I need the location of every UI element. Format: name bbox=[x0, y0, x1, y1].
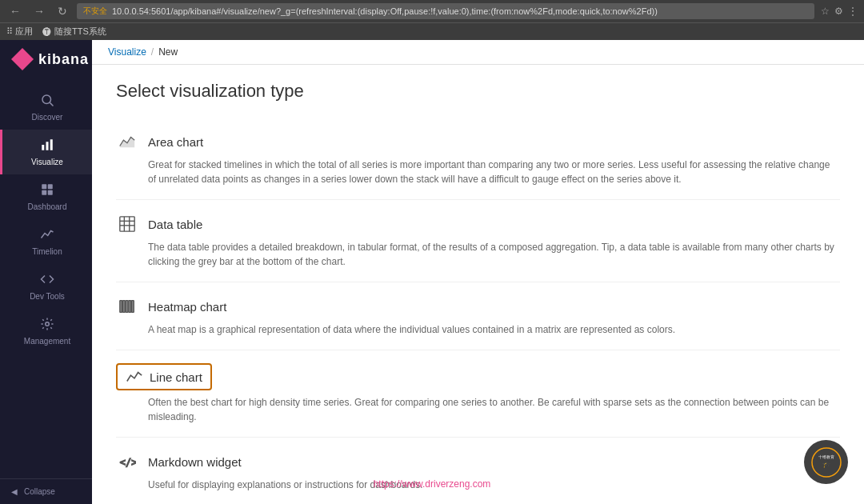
svg-text:十维教育: 十维教育 bbox=[818, 454, 834, 459]
breadcrumb-visualize[interactable]: Visualize bbox=[108, 46, 146, 58]
svg-rect-20 bbox=[132, 301, 134, 313]
line-chart-desc: Often the best chart for high density ti… bbox=[116, 395, 840, 424]
sidebar-nav: Discover Visualize Dashboard Timelion bbox=[0, 78, 92, 478]
svg-point-9 bbox=[46, 322, 50, 326]
breadcrumb: Visualize / New bbox=[92, 40, 864, 65]
tts-icon: 🅣 bbox=[42, 27, 51, 37]
sidebar-devtools-label: Dev Tools bbox=[30, 292, 65, 301]
app-container: kibana Discover Visualize Dashboard bbox=[0, 40, 864, 504]
area-chart-title: Area chart bbox=[148, 135, 203, 149]
svg-text:🎓: 🎓 bbox=[822, 460, 830, 468]
viz-line-header: Line chart bbox=[116, 363, 840, 390]
area-chart-desc: Great for stacked timelines in which the… bbox=[116, 158, 840, 186]
svg-line-1 bbox=[50, 102, 53, 106]
svg-rect-8 bbox=[48, 190, 53, 195]
visualization-list: Area chart Great for stacked timelines i… bbox=[116, 118, 840, 504]
svg-text:</>: </> bbox=[120, 457, 136, 468]
timelion-icon bbox=[40, 227, 54, 245]
svg-rect-5 bbox=[42, 184, 46, 189]
markdown-title: Markdown widget bbox=[148, 455, 242, 469]
security-warning: 不安全 bbox=[83, 6, 107, 17]
svg-rect-16 bbox=[120, 301, 122, 313]
viz-item-area-chart[interactable]: Area chart Great for stacked timelines i… bbox=[116, 118, 840, 200]
sidebar-item-visualize[interactable]: Visualize bbox=[0, 130, 92, 174]
reload-button[interactable]: ↻ bbox=[54, 3, 70, 19]
viz-item-line-chart[interactable]: Line chart Often the best chart for high… bbox=[116, 350, 840, 438]
viz-markdown-header: </> Markdown widget bbox=[116, 450, 840, 473]
url-text: 10.0.0.54:5601/app/kibana#/visualize/new… bbox=[112, 6, 658, 16]
sidebar-collapse-button[interactable]: ◀ Collapse bbox=[0, 478, 92, 504]
svg-point-0 bbox=[42, 95, 51, 104]
svg-rect-6 bbox=[48, 184, 53, 189]
browser-actions: ☆ ⚙ ⋮ bbox=[821, 6, 858, 17]
svg-rect-11 bbox=[120, 217, 134, 231]
extension-button[interactable]: ⚙ bbox=[834, 6, 843, 17]
menu-button[interactable]: ⋮ bbox=[848, 6, 858, 17]
svg-rect-7 bbox=[42, 190, 46, 195]
content-area: Select visualization type Area chart Gre… bbox=[92, 65, 864, 504]
svg-rect-18 bbox=[126, 301, 128, 313]
page-title: Select visualization type bbox=[116, 81, 840, 102]
sidebar-item-devtools[interactable]: Dev Tools bbox=[0, 264, 92, 309]
sidebar-discover-label: Discover bbox=[32, 113, 63, 122]
viz-area-header: Area chart bbox=[116, 130, 840, 153]
main-content: Visualize / New Select visualization typ… bbox=[92, 40, 864, 504]
breadcrumb-separator: / bbox=[151, 46, 154, 58]
back-button[interactable]: ← bbox=[6, 3, 24, 19]
breadcrumb-new: New bbox=[158, 46, 178, 58]
heatmap-title: Heatmap chart bbox=[148, 300, 226, 314]
browser-chrome: ← → ↻ 不安全 10.0.0.54:5601/app/kibana#/vis… bbox=[0, 0, 864, 22]
forward-button[interactable]: → bbox=[30, 3, 48, 19]
management-icon bbox=[40, 317, 54, 334]
viz-item-markdown[interactable]: </> Markdown widget Useful for displayin… bbox=[116, 438, 840, 504]
bookmarks-bar: ⠿ 应用 🅣 随搜TTS系统 bbox=[0, 22, 864, 40]
line-chart-selected-wrapper: Line chart bbox=[116, 363, 212, 390]
watermark-url: https://www.driverzeng.com bbox=[374, 478, 491, 490]
svg-rect-2 bbox=[42, 145, 44, 150]
data-table-icon bbox=[116, 213, 138, 235]
data-table-desc: The data table provides a detailed break… bbox=[116, 240, 840, 269]
sidebar-management-label: Management bbox=[24, 337, 70, 346]
sidebar: kibana Discover Visualize Dashboard bbox=[0, 40, 92, 504]
svg-rect-19 bbox=[129, 301, 131, 313]
heatmap-icon bbox=[116, 295, 138, 318]
viz-item-data-table[interactable]: Data table The data table provides a det… bbox=[116, 200, 840, 282]
sidebar-item-management[interactable]: Management bbox=[0, 309, 92, 354]
devtools-icon bbox=[40, 272, 54, 290]
line-chart-icon bbox=[126, 368, 143, 386]
svg-rect-4 bbox=[50, 139, 53, 150]
url-bar[interactable]: 不安全 10.0.0.54:5601/app/kibana#/visualize… bbox=[77, 3, 814, 19]
apps-bookmark[interactable]: ⠿ 应用 bbox=[6, 26, 33, 38]
collapse-label: Collapse bbox=[24, 487, 55, 496]
watermark-badge: 十维教育🎓 bbox=[804, 440, 848, 484]
dashboard-icon bbox=[40, 182, 54, 200]
star-button[interactable]: ☆ bbox=[821, 6, 830, 17]
collapse-icon: ◀ bbox=[11, 487, 18, 496]
line-chart-title: Line chart bbox=[150, 370, 202, 384]
data-table-title: Data table bbox=[148, 218, 202, 231]
area-chart-icon bbox=[116, 130, 138, 153]
sidebar-visualize-label: Visualize bbox=[31, 158, 63, 166]
discover-icon bbox=[40, 93, 54, 110]
sidebar-item-timelion[interactable]: Timelion bbox=[0, 219, 92, 264]
viz-heatmap-header: Heatmap chart bbox=[116, 295, 840, 318]
viz-item-heatmap[interactable]: Heatmap chart A heat map is a graphical … bbox=[116, 282, 840, 350]
kibana-logo-icon bbox=[11, 48, 34, 70]
viz-datatable-header: Data table bbox=[116, 213, 840, 235]
sidebar-logo[interactable]: kibana bbox=[0, 40, 92, 78]
kibana-logo-text: kibana bbox=[38, 51, 89, 68]
visualize-icon bbox=[40, 138, 54, 155]
sidebar-item-discover[interactable]: Discover bbox=[0, 85, 92, 130]
tts-bookmark[interactable]: 🅣 随搜TTS系统 bbox=[42, 26, 106, 38]
sidebar-dashboard-label: Dashboard bbox=[28, 202, 67, 211]
sidebar-item-dashboard[interactable]: Dashboard bbox=[0, 174, 92, 219]
sidebar-timelion-label: Timelion bbox=[32, 247, 62, 256]
heatmap-desc: A heat map is a graphical representation… bbox=[116, 322, 840, 337]
svg-rect-3 bbox=[46, 142, 49, 150]
markdown-icon: </> bbox=[116, 450, 138, 473]
svg-rect-17 bbox=[123, 301, 126, 313]
